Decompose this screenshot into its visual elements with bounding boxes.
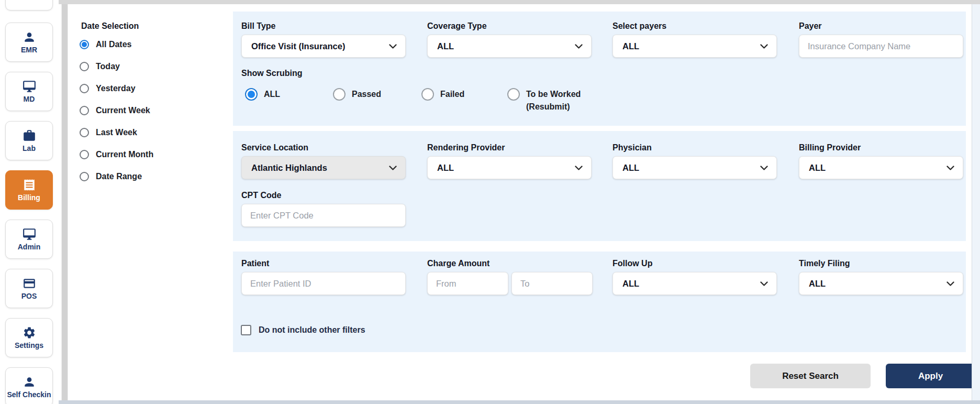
chevron-down-icon <box>575 166 583 170</box>
top-border-strip <box>59 0 980 4</box>
sidebar-item-label: Admin <box>18 243 41 251</box>
sidebar-item-lab[interactable]: Lab <box>5 121 53 160</box>
radio-icon <box>80 172 89 181</box>
radio-last-week[interactable]: Last Week <box>80 122 216 144</box>
service-location-value: Atlantic Highlands <box>251 163 327 173</box>
timely-filing-value: ALL <box>809 279 826 289</box>
sidebar-item-self-checkin[interactable]: Self Checkin <box>5 367 53 404</box>
chevron-down-icon <box>946 166 954 170</box>
radio-scrub-passed[interactable]: Passed <box>333 88 381 101</box>
select-payers-label: Select payers <box>612 21 666 31</box>
payer-input[interactable] <box>799 35 963 58</box>
follow-up-label: Follow Up <box>612 259 652 268</box>
credit-card-icon <box>23 277 36 290</box>
sidebar-item-label: POS <box>21 292 37 300</box>
radio-all-dates[interactable]: All Dates <box>80 34 216 56</box>
sidebar-item-billing[interactable]: Billing <box>5 170 53 210</box>
radio-today[interactable]: Today <box>80 56 216 78</box>
billing-provider-label: Billing Provider <box>799 143 861 152</box>
sidebar-scrollbar[interactable] <box>61 4 68 400</box>
person-icon <box>23 375 36 389</box>
radio-icon <box>245 88 258 101</box>
main-scrollbar[interactable] <box>972 4 980 400</box>
chevron-down-icon <box>389 44 397 49</box>
sidebar-item-settings[interactable]: Settings <box>5 318 53 357</box>
show-scrubbing-label: Show Scrubing <box>241 69 302 78</box>
cpt-code-label: CPT Code <box>241 191 281 200</box>
chevron-down-icon <box>389 166 397 170</box>
radio-current-week[interactable]: Current Week <box>80 100 216 122</box>
service-location-select[interactable]: Atlantic Highlands <box>241 156 406 179</box>
bill-type-label: Bill Type <box>241 21 276 31</box>
bill-type-value: Office Visit (Insurance) <box>251 41 345 51</box>
physician-select[interactable]: ALL <box>612 156 777 179</box>
briefcase-icon <box>23 129 36 143</box>
gear-icon <box>23 326 36 340</box>
sidebar-item-label: EMR <box>21 46 37 54</box>
sidebar-nav: EMR MD Lab Billing Admin <box>0 0 59 404</box>
timely-filing-select[interactable]: ALL <box>799 272 963 295</box>
sidebar-item-admin[interactable]: Admin <box>5 220 53 259</box>
radio-label: Last Week <box>96 128 137 137</box>
patient-label: Patient <box>241 259 269 268</box>
reset-search-button[interactable]: Reset Search <box>750 364 871 388</box>
sidebar-item-label: Billing <box>18 194 40 202</box>
bottom-border-strip <box>59 400 980 404</box>
radio-icon <box>80 62 89 71</box>
chevron-down-icon <box>946 281 954 286</box>
bill-type-select[interactable]: Office Visit (Insurance) <box>241 35 406 58</box>
charge-amount-from-input[interactable] <box>427 272 508 295</box>
sidebar-item-label: Self Checkin <box>7 391 51 399</box>
rendering-provider-label: Rendering Provider <box>427 143 505 152</box>
radio-label: All Dates <box>96 40 131 49</box>
radio-scrub-to-be-worked[interactable]: To be Worked (Resubmit) <box>507 88 594 113</box>
sidebar-item-pos[interactable]: POS <box>5 269 53 308</box>
timely-filing-label: Timely Filing <box>799 259 850 268</box>
radio-icon <box>80 40 89 49</box>
radio-scrub-all[interactable]: ALL <box>245 88 280 101</box>
billing-provider-select[interactable]: ALL <box>799 156 963 179</box>
exclude-other-filters-checkbox[interactable]: Do not include other filters <box>241 325 365 335</box>
sidebar-item-label: Lab <box>23 145 36 152</box>
sidebar-item-emr[interactable]: EMR <box>5 23 53 62</box>
radio-yesterday[interactable]: Yesterday <box>80 78 216 100</box>
radio-label: Yesterday <box>96 84 136 93</box>
follow-up-select[interactable]: ALL <box>612 272 777 295</box>
charge-amount-to-input[interactable] <box>511 272 593 295</box>
date-selection-title: Date Selection <box>81 21 139 31</box>
radio-current-month[interactable]: Current Month <box>80 144 216 166</box>
coverage-type-label: Coverage Type <box>427 21 487 31</box>
payer-label: Payer <box>799 21 822 31</box>
radio-icon <box>421 88 434 101</box>
radio-icon <box>80 84 89 93</box>
monitor-icon <box>23 227 36 241</box>
show-scrubbing-group: ALL Passed Failed To be Worked (Resubmit… <box>233 88 966 114</box>
radio-date-range[interactable]: Date Range <box>80 166 216 188</box>
select-payers-select[interactable]: ALL <box>612 35 777 58</box>
sidebar-item-partial[interactable] <box>5 0 53 10</box>
patient-id-input[interactable] <box>241 272 406 295</box>
person-icon <box>23 30 36 44</box>
coverage-type-select[interactable]: ALL <box>427 35 592 58</box>
select-payers-value: ALL <box>622 41 639 51</box>
cpt-code-input[interactable] <box>241 204 406 227</box>
service-location-label: Service Location <box>241 143 308 152</box>
checkbox-label: Do not include other filters <box>259 325 365 335</box>
radio-icon <box>80 128 89 137</box>
billing-filter-screen: EMR MD Lab Billing Admin <box>0 0 980 404</box>
follow-up-value: ALL <box>622 279 639 289</box>
main-content: Date Selection All Dates Today Yesterday… <box>70 4 972 400</box>
radio-icon <box>80 150 89 159</box>
radio-icon <box>333 88 346 101</box>
sidebar-scrollbar-thumb[interactable] <box>62 4 68 400</box>
chevron-down-icon <box>760 44 768 49</box>
rendering-provider-select[interactable]: ALL <box>427 156 592 179</box>
radio-label: Today <box>96 62 120 71</box>
radio-icon <box>80 106 89 115</box>
charge-amount-label: Charge Amount <box>427 259 489 268</box>
radio-scrub-failed[interactable]: Failed <box>421 88 464 101</box>
radio-label: To be Worked (Resubmit) <box>526 88 594 113</box>
apply-button[interactable]: Apply <box>886 364 975 388</box>
sidebar-item-md[interactable]: MD <box>5 72 53 111</box>
sidebar-item-label: MD <box>24 95 35 103</box>
